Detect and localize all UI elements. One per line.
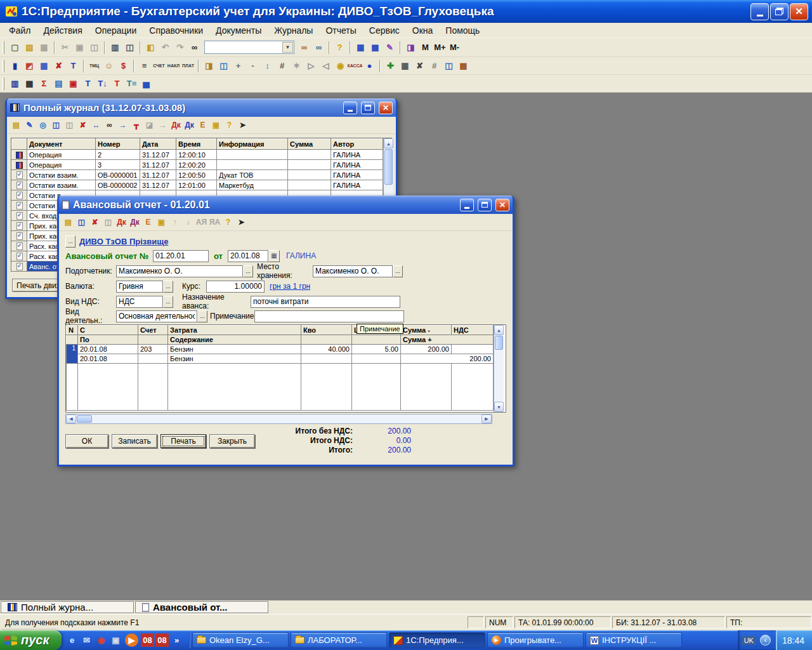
memory-m-minus-icon[interactable]: M- <box>447 41 462 55</box>
currency-select-button[interactable]: ... <box>163 281 173 293</box>
grid-header-cell[interactable]: По <box>78 335 138 345</box>
turnover-balance-sheet-icon[interactable]: ▥ <box>8 77 22 91</box>
scroll-right-button[interactable]: ▶ <box>481 415 492 423</box>
remove-object-icon[interactable]: - <box>246 59 260 73</box>
enter-on-base-icon[interactable]: Е <box>141 216 155 229</box>
copy-row-icon[interactable]: ◫ <box>75 216 88 229</box>
undo-icon[interactable]: ↶ <box>158 41 173 55</box>
search-combobox[interactable]: ▼ <box>204 41 294 54</box>
vertical-scrollbar[interactable]: ▲ ▼ <box>494 325 504 412</box>
move-document-icon[interactable]: → <box>116 119 129 131</box>
formula-calculator-icon[interactable]: ▩ <box>368 41 383 55</box>
new-document-icon[interactable]: ▢ <box>8 41 22 55</box>
coins-icon[interactable]: ◉ <box>333 59 348 73</box>
menu-item-help[interactable]: Помощь <box>439 24 486 37</box>
date-analysis-icon[interactable]: T≡ <box>124 77 139 91</box>
grid-header-cell[interactable]: Сумма + <box>401 335 494 345</box>
table-grid-icon[interactable]: # <box>275 59 289 73</box>
copy-row-icon[interactable]: ◫ <box>49 119 63 131</box>
copy-object-icon[interactable]: ◫ <box>216 59 231 73</box>
toolbar-grip[interactable] <box>3 77 4 90</box>
help-icon[interactable]: ? <box>332 41 347 55</box>
save-button[interactable]: Записать <box>112 434 157 448</box>
table-row[interactable]: Остатки взаим.ОВ-000000131.12.0712:00:50… <box>12 170 383 180</box>
delete-row-icon[interactable]: ✘ <box>88 216 102 229</box>
money-bag-icon[interactable]: ● <box>362 59 377 73</box>
menu-item-file[interactable]: Файл <box>3 24 37 37</box>
column-header[interactable]: Номер <box>96 139 140 150</box>
spark-icon[interactable]: ✶ <box>289 59 304 73</box>
grid-header-cell[interactable]: N <box>67 326 78 335</box>
find-icon[interactable]: ∞ <box>187 41 202 55</box>
extra-1-icon[interactable]: ✚ <box>383 59 398 73</box>
reorder-icon[interactable]: ↕ <box>260 59 275 73</box>
menu-item-documents[interactable]: Документы <box>209 24 268 37</box>
open-operation-icon[interactable]: ▣ <box>155 216 168 229</box>
advance-title-bar[interactable]: Авансовый отчет - 01.20.01 ✕ <box>59 196 513 214</box>
add-object-icon[interactable]: + <box>231 59 246 73</box>
grid-header-cell[interactable]: Затрата <box>168 326 301 335</box>
download-master-icon[interactable]: ◉ <box>95 633 108 647</box>
currency-input[interactable] <box>116 281 163 293</box>
context-help-icon[interactable]: ➤ <box>235 216 248 229</box>
outlook-express-icon[interactable]: ✉ <box>80 633 93 647</box>
title-bar[interactable]: 1С:Предприятие - Бухгалтерский учет для … <box>0 0 812 23</box>
red-08-b-icon[interactable]: 08 <box>155 633 169 647</box>
quick-launch-chevron-icon[interactable]: » <box>170 633 183 647</box>
nakladnaya-icon[interactable]: НАКЛ <box>166 59 181 73</box>
currencies-icon[interactable]: $ <box>116 59 131 73</box>
operations-journal-icon[interactable]: ◩ <box>22 59 37 73</box>
print-icon[interactable]: ▥ <box>108 41 122 55</box>
column-header[interactable]: Автор <box>331 139 383 150</box>
menu-item-reports[interactable]: Отчеты <box>319 24 362 37</box>
copy-pages-icon[interactable]: ◫ <box>102 216 115 229</box>
scroll-up-button[interactable]: ▲ <box>494 325 504 335</box>
task-okean-elzy[interactable]: Okean Elzy_G... <box>192 632 289 648</box>
account-turnover-icon[interactable]: ▤ <box>51 77 66 91</box>
grid-empty-row[interactable] <box>67 364 494 411</box>
next-gray-icon[interactable]: → <box>156 119 169 131</box>
extra-5-icon[interactable]: ◫ <box>442 59 456 73</box>
rate-link[interactable]: грн за 1 грн <box>270 282 310 291</box>
scroll-thumb[interactable] <box>77 415 92 423</box>
journal-title-bar[interactable]: Полный журнал (31.12.07-31.03.08) ✕ <box>7 98 396 117</box>
firm-select-button[interactable]: ... <box>65 235 75 248</box>
subconto-card-icon[interactable]: T↓ <box>95 77 110 91</box>
full-journal-icon[interactable]: ▮ <box>8 59 22 73</box>
cut-icon[interactable]: ✂ <box>58 41 72 55</box>
exit-door-icon[interactable]: ◧ <box>143 41 158 55</box>
restore-button[interactable] <box>770 3 789 20</box>
tmc-list-icon[interactable]: ТМЦ <box>87 59 102 73</box>
minimize-button[interactable] <box>750 3 769 20</box>
row-number-cell[interactable]: 1 <box>67 345 78 364</box>
copy-icon[interactable]: ▣ <box>72 41 87 55</box>
report-number-input[interactable] <box>153 250 209 262</box>
horizontal-scrollbar[interactable]: ◀ ▶ <box>65 414 492 424</box>
scroll-thumb[interactable] <box>495 336 503 350</box>
hide-icons-button[interactable]: ‹ <box>760 635 771 646</box>
next-mark-icon[interactable]: ▷ <box>304 59 318 73</box>
find-by-number-icon[interactable]: ∞ <box>103 119 116 131</box>
extra-4-icon[interactable]: # <box>427 59 442 73</box>
storage-input[interactable] <box>313 265 393 277</box>
memory-m-plus-icon[interactable]: M+ <box>433 41 447 55</box>
post-document-icon[interactable]: ┳ <box>129 119 143 131</box>
storage-select-button[interactable]: ... <box>393 265 403 277</box>
firm-link[interactable]: ДИВО ТзОВ Прізвище <box>79 237 168 246</box>
scroll-down-button[interactable]: ▼ <box>494 402 504 412</box>
extra-2-icon[interactable]: ▦ <box>398 59 412 73</box>
grid-header-cell[interactable]: Кво <box>301 326 352 335</box>
grid-header-cell[interactable]: Счет <box>138 326 168 335</box>
menu-item-journals[interactable]: Журналы <box>268 24 319 37</box>
mdi-tab-advance[interactable]: Авансовый от... <box>135 601 268 613</box>
provodki-journal-icon[interactable]: ▦ <box>37 59 51 73</box>
table-row[interactable]: Остатки взаим.ОВ-000000231.12.0712:01:00… <box>12 180 383 190</box>
menu-item-service[interactable]: Сервис <box>363 24 406 37</box>
sort-asc-icon[interactable]: АЯ <box>195 216 208 229</box>
chart-report-icon[interactable]: ▅ <box>139 77 154 91</box>
reference-book-icon[interactable]: ◨ <box>202 59 216 73</box>
partners-icon[interactable]: ☺ <box>102 59 116 73</box>
search-operations-icon[interactable]: ✘ <box>51 59 66 73</box>
help-icon[interactable]: ? <box>223 119 236 131</box>
column-header[interactable]: Документ <box>27 139 96 150</box>
